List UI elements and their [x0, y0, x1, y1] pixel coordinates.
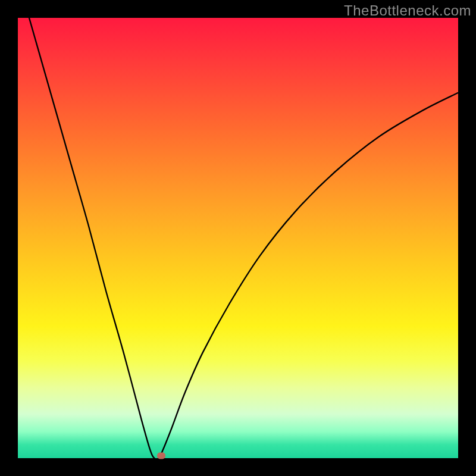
minimum-marker	[157, 453, 165, 459]
plot-area	[18, 18, 458, 458]
chart-frame: TheBottleneck.com	[0, 0, 476, 476]
watermark-text: TheBottleneck.com	[344, 2, 471, 19]
bottleneck-curve	[18, 18, 458, 458]
